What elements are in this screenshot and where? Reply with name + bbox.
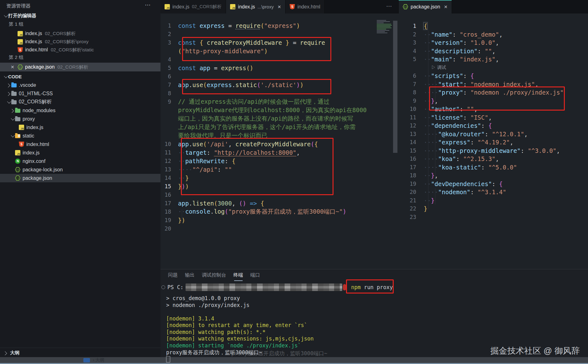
tree-row[interactable]: 5index.html: [0, 140, 160, 148]
code-token: ··: [424, 39, 431, 46]
code-token: ··: [424, 114, 431, 121]
close-icon[interactable]: ✕: [277, 4, 281, 9]
code-line[interactable]: 17app.listen(3000, () => {: [160, 199, 398, 207]
code-line[interactable]: 2··"name": "cros_demo",: [399, 30, 588, 39]
tree-row[interactable]: JSindex.js: [0, 123, 160, 132]
code-line[interactable]: 19}): [160, 216, 398, 224]
panel-tab-调试控制台[interactable]: 调试控制台: [202, 272, 226, 281]
code-line[interactable]: 4··"description": "",: [399, 47, 588, 55]
close-icon[interactable]: ✕: [444, 4, 448, 9]
code-line[interactable]: 上/api只是为了告诉代理服务器，这个/api开头的请求地址，你需: [160, 123, 398, 131]
scrollbar[interactable]: [393, 21, 397, 153]
more-actions-icon[interactable]: ⋯: [145, 1, 151, 8]
code-line[interactable]: ▷ 调试: [399, 64, 588, 72]
chevron-box: [9, 117, 15, 120]
code-token: :: [470, 189, 478, 195]
code-line[interactable]: 18··},: [399, 171, 588, 180]
tree-row[interactable]: .vscode: [0, 81, 160, 89]
tree-row[interactable]: { }package-lock.json: [0, 165, 160, 174]
code-token: {: [499, 180, 502, 187]
explorer-title: 资源管理器: [6, 3, 31, 9]
tree-row[interactable]: 01_HTML-CSS: [0, 89, 160, 98]
npm-file-icon: { }: [15, 175, 20, 181]
code-line[interactable]: proxyMiddleware代理到localhost:8000，因为真实的ap…: [160, 106, 398, 114]
line-number: 6: [160, 73, 171, 80]
tree-row[interactable]: Nnginx.conf: [0, 157, 160, 165]
code-line[interactable]: 3··"version": "1.0.0",: [399, 39, 588, 47]
tree-item-label: .vscode: [19, 82, 36, 88]
code-line[interactable]: 19··"devDependencies": {: [399, 180, 588, 188]
line-number: 4: [399, 48, 416, 54]
panel-tab-终端[interactable]: 终端: [234, 272, 243, 281]
sidebar: 资源管理器 ⋯ 打开的编辑器 第 1 组 JSindex.js02_CORS解析…: [0, 0, 161, 357]
open-editor-row[interactable]: 5index.html02_CORS解析\static: [0, 46, 160, 54]
code-line[interactable]: 16····"koa": "^2.15.3",: [399, 155, 588, 163]
code-line[interactable]: 12··"dependencies": {: [399, 122, 588, 130]
editor-group1-label: 第 1 组: [9, 21, 71, 29]
line-number: 20: [399, 189, 416, 195]
open-editor-row[interactable]: ✕{ }package.json02_CORS解析: [0, 63, 160, 71]
code-line[interactable]: 9// 通过express去访问/api的时候会做一层代理，通过: [160, 97, 398, 106]
minimap[interactable]: [377, 20, 392, 38]
line-number: 16: [399, 156, 416, 162]
line-number: 2: [399, 31, 416, 38]
code-token: express: [200, 22, 225, 29]
code-line[interactable]: 17····"koa-static": "^5.0.0": [399, 163, 588, 172]
tab-index.js[interactable]: JSindex.js...\proxy✕: [226, 0, 286, 13]
tab-index.html[interactable]: 5index.html: [286, 0, 325, 13]
chevron-right-icon: [6, 92, 10, 96]
code-token: =: [210, 65, 221, 71]
close-icon[interactable]: ✕: [11, 65, 18, 70]
code-token: :: [485, 131, 492, 138]
tab-index.js[interactable]: JSindex.js02_CORS解析: [160, 0, 226, 13]
tree-item-label: index.html: [26, 142, 49, 147]
code-text: app.listen(3000, () => {: [178, 200, 264, 207]
code-line[interactable]: 14····"express": "^4.19.2",: [399, 138, 588, 147]
code-line[interactable]: 21··}: [399, 196, 588, 205]
terminal-output: > cros_demo@1.0.0 proxy> nodemon ./proxy…: [166, 295, 314, 356]
debug-lens[interactable]: ▷ 调试: [431, 65, 446, 70]
tree-row[interactable]: 02_CORS解析: [0, 98, 160, 106]
line-number: 20: [160, 226, 171, 232]
open-editors-group2: ✕{ }package.json02_CORS解析: [0, 63, 160, 71]
code-line[interactable]: 22}: [399, 205, 588, 213]
code-line[interactable]: 23: [399, 213, 588, 221]
code-token: ,: [496, 155, 499, 162]
code-token: "1.0.0": [470, 39, 496, 46]
code-line[interactable]: 20: [160, 224, 398, 233]
code-line[interactable]: 11··"license": "ISC",: [399, 113, 588, 122]
panel-tab-端口[interactable]: 端口: [250, 272, 260, 281]
code-line[interactable]: 1const express = require("express"): [160, 21, 398, 30]
code-line[interactable]: 5··"main": "index.js",: [399, 55, 588, 64]
code-line[interactable]: 端口上，因为真实的服务器上没有/api的路径，而在请求的时候写: [160, 114, 398, 123]
tree-row[interactable]: proxy: [0, 115, 160, 123]
editor-actions-icon[interactable]: ⋯: [386, 3, 392, 10]
code-line[interactable]: 20····"nodemon": "^3.1.4": [399, 188, 588, 196]
code-line[interactable]: 18··console.log("proxy服务器开启成功，监听3000端口~"…: [160, 207, 398, 216]
open-editors-header[interactable]: 打开的编辑器: [0, 11, 160, 20]
code-token: > nodemon ./proxy/index.js: [166, 302, 249, 308]
tree-row[interactable]: JSindex.js: [0, 148, 160, 157]
tree-row[interactable]: static: [0, 132, 160, 140]
code-token: ····: [424, 155, 438, 162]
code-token: ··: [424, 172, 431, 179]
open-editor-row[interactable]: JSindex.js02_CORS解析: [0, 29, 160, 38]
code-line[interactable]: 6··"scripts": {: [399, 72, 588, 80]
code-token: "dependencies": [431, 122, 481, 129]
code-line[interactable]: 15····"http-proxy-middleware": "^3.0.0",: [399, 147, 588, 155]
tree-row[interactable]: { }package.json: [0, 174, 160, 182]
code-line[interactable]: 13····"@koa/router": "^12.0.1",: [399, 130, 588, 138]
code-line[interactable]: 5const app = express(): [160, 64, 398, 72]
panel-tab-问题[interactable]: 问题: [168, 272, 178, 281]
code-line[interactable]: 1{: [399, 22, 588, 30]
panel-tab-输出[interactable]: 输出: [185, 272, 195, 281]
workspace-header[interactable]: CODE: [0, 72, 160, 81]
outline-section[interactable]: 大纲: [0, 348, 160, 357]
js-file-icon: JS: [19, 125, 24, 130]
open-editor-row[interactable]: JSindex.js02_CORS解析\proxy: [0, 38, 160, 46]
tree-row[interactable]: node_modules: [0, 106, 160, 115]
html-file-icon: 5: [18, 47, 23, 53]
code-token: (): [246, 65, 253, 71]
annotation-box-npm-run-proxy: [346, 279, 394, 294]
tab-package.json[interactable]: { }package.json✕: [399, 0, 452, 13]
